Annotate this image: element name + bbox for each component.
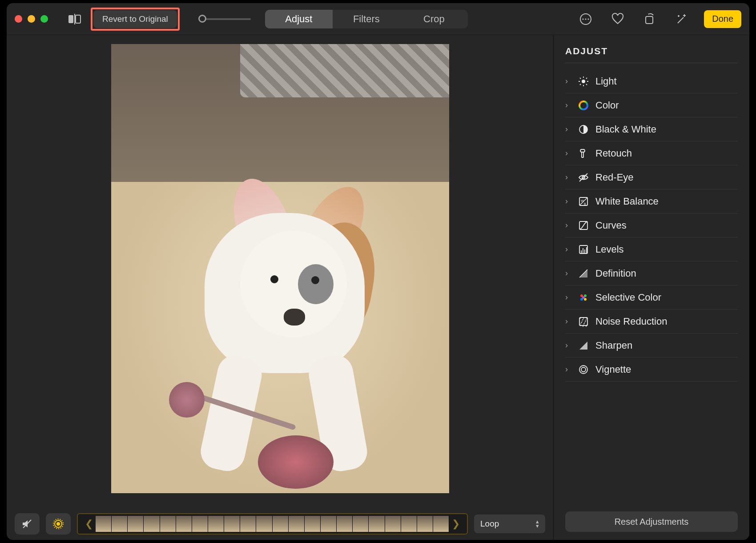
adjustment-row-curves[interactable]: ›Curves: [565, 213, 738, 237]
reset-adjustments-button[interactable]: Reset Adjustments: [565, 511, 738, 532]
rotate-ccw-icon: [643, 13, 656, 25]
editor-body: ❮ ❯ Loop ▴▾ ADJUST ›Light›Color›Black & …: [7, 35, 749, 540]
timeline-thumb: [401, 516, 417, 532]
svg-point-54: [581, 322, 582, 323]
redeye-icon: [578, 172, 589, 183]
adjustment-label: Vignette: [595, 364, 631, 375]
svg-point-57: [583, 323, 584, 324]
adjustment-row-light[interactable]: ›Light: [565, 69, 738, 93]
canvas-column: ❮ ❯ Loop ▴▾: [7, 35, 554, 540]
canvas-area: [7, 35, 553, 508]
auto-enhance-button[interactable]: [672, 9, 692, 29]
adjustment-row-white-balance[interactable]: ›WBWhite Balance: [565, 189, 738, 213]
timeline-thumb: [321, 516, 337, 532]
timeline-thumb: [305, 516, 321, 532]
svg-point-62: [586, 326, 587, 327]
live-photo-timeline[interactable]: ❮ ❯: [77, 513, 468, 535]
zoom-knob[interactable]: [198, 15, 206, 23]
tab-filters[interactable]: Filters: [333, 10, 400, 28]
timeline-thumbs: [96, 516, 449, 532]
mute-button[interactable]: [15, 513, 40, 535]
compare-icon: [68, 14, 81, 24]
svg-text:B: B: [584, 202, 586, 205]
adjustment-label: Red-Eye: [595, 172, 634, 183]
svg-point-64: [581, 367, 586, 372]
live-photo-button[interactable]: [46, 513, 71, 535]
fullscreen-window-button[interactable]: [40, 15, 48, 23]
done-button[interactable]: Done: [704, 10, 741, 28]
zoom-slider[interactable]: [202, 18, 251, 20]
light-icon: [578, 76, 589, 87]
adjust-sidebar: ADJUST ›Light›Color›Black & White›Retouc…: [554, 35, 749, 540]
speaker-muted-icon: [21, 518, 33, 530]
adjustment-label: Light: [595, 76, 617, 87]
photo-preview[interactable]: [111, 44, 449, 493]
adjustment-row-retouch[interactable]: ›Retouch: [565, 141, 738, 165]
svg-rect-0: [68, 15, 73, 23]
timeline-left-icon: ❮: [82, 518, 96, 530]
timeline-thumb: [256, 516, 272, 532]
adjustment-label: Noise Reduction: [595, 316, 667, 327]
timeline-thumb: [144, 516, 160, 532]
chevron-right-icon: ›: [565, 197, 571, 206]
adjustment-row-levels[interactable]: ›Levels: [565, 237, 738, 261]
more-options-button[interactable]: [576, 9, 595, 29]
svg-point-60: [586, 325, 587, 326]
definition-icon: [578, 268, 589, 279]
chevron-right-icon: ›: [565, 341, 571, 350]
adjustment-row-black-white[interactable]: ›Black & White: [565, 117, 738, 141]
timeline-thumb: [353, 516, 369, 532]
zoom-track: [202, 18, 251, 20]
retouch-icon: [578, 148, 589, 159]
svg-point-45: [586, 318, 587, 319]
svg-point-43: [580, 318, 581, 319]
adjustment-row-red-eye[interactable]: ›Red-Eye: [565, 165, 738, 189]
chevron-right-icon: ›: [565, 365, 571, 374]
adjustment-row-vignette[interactable]: ›Vignette: [565, 358, 738, 382]
vignette-icon: [578, 364, 589, 375]
chevron-right-icon: ›: [565, 125, 571, 134]
tab-crop[interactable]: Crop: [400, 10, 468, 28]
whitebalance-icon: WB: [578, 196, 589, 207]
svg-line-19: [580, 84, 581, 85]
adjustment-row-sharpen[interactable]: ›Sharpen: [565, 334, 738, 358]
selectivecolor-icon: [578, 292, 589, 303]
svg-point-56: [580, 323, 581, 324]
toolbar: Revert to Original Adjust Filters Crop: [7, 3, 749, 35]
favorite-button[interactable]: [608, 9, 627, 29]
rotate-button[interactable]: [640, 9, 659, 29]
adjustment-label: Curves: [595, 220, 627, 231]
chevron-right-icon: ›: [565, 293, 571, 302]
adjustment-label: White Balance: [595, 196, 659, 207]
compare-original-button[interactable]: [64, 11, 85, 27]
timeline-thumb: [289, 516, 305, 532]
ellipsis-circle-icon: [579, 13, 592, 25]
adjustment-label: Retouch: [595, 148, 632, 159]
minimize-window-button[interactable]: [28, 15, 35, 23]
timeline-thumb: [208, 516, 224, 532]
timeline-thumb: [224, 516, 240, 532]
svg-point-61: [583, 326, 583, 327]
tab-adjust[interactable]: Adjust: [265, 10, 333, 28]
chevron-right-icon: ›: [565, 221, 571, 230]
svg-point-51: [585, 321, 586, 322]
timeline-thumb: [192, 516, 208, 532]
adjustment-label: Selective Color: [595, 292, 661, 303]
close-window-button[interactable]: [15, 15, 22, 23]
adjustment-label: Definition: [595, 268, 636, 279]
svg-point-41: [582, 296, 585, 299]
svg-point-48: [582, 319, 583, 320]
revert-to-original-button[interactable]: Revert to Original: [93, 10, 177, 28]
adjustment-row-color[interactable]: ›Color: [565, 93, 738, 117]
svg-point-6: [588, 18, 589, 20]
svg-point-59: [583, 325, 584, 326]
adjustment-row-definition[interactable]: ›Definition: [565, 261, 738, 286]
curves-icon: [578, 220, 589, 231]
timeline-thumb: [417, 516, 433, 532]
chevron-right-icon: ›: [565, 269, 571, 278]
playback-mode-select[interactable]: Loop ▴▾: [474, 515, 545, 533]
svg-rect-7: [646, 16, 653, 24]
adjustment-row-selective-color[interactable]: ›Selective Color: [565, 286, 738, 310]
adjustment-row-noise-reduction[interactable]: ›Noise Reduction: [565, 310, 738, 334]
chevron-right-icon: ›: [565, 76, 571, 86]
